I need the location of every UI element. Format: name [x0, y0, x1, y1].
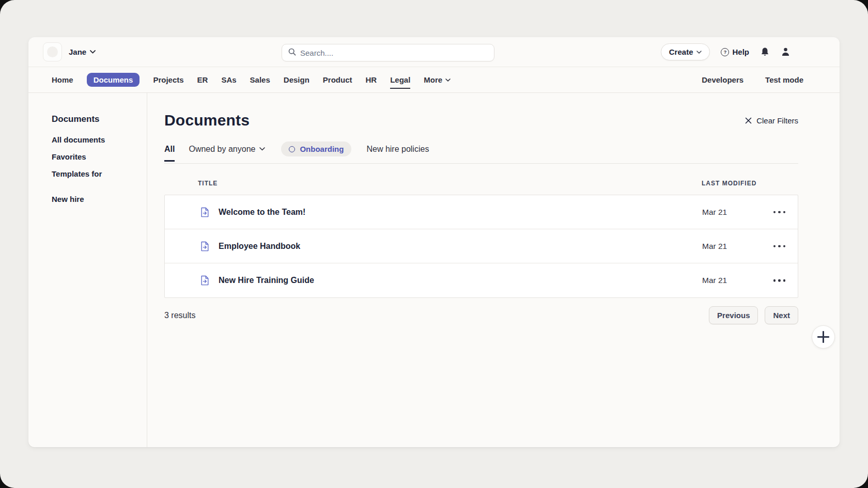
sidebar-item-all-documents[interactable]: All documents	[52, 135, 147, 144]
secondary-nav: Developers Test mode	[702, 75, 803, 84]
topbar-actions: Create ? Help	[661, 43, 791, 60]
nav-item-hr[interactable]: HR	[359, 67, 384, 92]
search-icon	[288, 48, 296, 58]
add-icon	[817, 331, 829, 343]
sidebar-header: Documents	[52, 114, 147, 124]
chip-label: Onboarding	[300, 145, 344, 153]
nav-item-developers[interactable]: Developers	[702, 75, 743, 84]
clear-filters-label: Clear Filters	[756, 116, 798, 125]
document-title: New Hire Training Guide	[219, 276, 314, 285]
chevron-down-icon	[90, 50, 96, 54]
chevron-down-icon	[696, 51, 702, 54]
nav-item-er[interactable]: ER	[191, 67, 215, 92]
document-last-modified: Mar 21	[702, 208, 727, 217]
nav-item-sales[interactable]: Sales	[243, 67, 277, 92]
nav-item-product[interactable]: Product	[316, 67, 359, 92]
main-panel: Documents Clear Filters All Owned by any…	[147, 93, 840, 447]
document-title: Employee Handbook	[219, 242, 300, 251]
sidebar-item-templates[interactable]: Templates for	[52, 169, 147, 178]
sidebar: Documents All documents Favorites Templa…	[28, 93, 147, 447]
add-button[interactable]	[812, 325, 835, 349]
owned-by-label: Owned by anyone	[189, 145, 255, 154]
sidebar-item-new-hire[interactable]: New hire	[52, 195, 147, 203]
page-title: Documents	[164, 112, 250, 129]
primary-nav: Home Documens Projects ER SAs Sales Desi…	[28, 67, 840, 93]
chevron-down-icon	[445, 78, 451, 82]
nav-item-home[interactable]: Home	[45, 67, 80, 92]
user-icon	[781, 47, 791, 57]
filter-new-hire-policies[interactable]: New hire policies	[366, 145, 429, 154]
next-button[interactable]: Next	[765, 306, 798, 324]
owned-by-dropdown[interactable]: Owned by anyone	[189, 145, 265, 154]
row-menu-button[interactable]	[771, 242, 788, 250]
account-button[interactable]	[781, 47, 791, 57]
nav-item-more[interactable]: More	[417, 67, 457, 92]
row-menu-button[interactable]	[771, 276, 788, 285]
sidebar-item-favorites[interactable]: Favorites	[52, 152, 147, 161]
nav-item-sas[interactable]: SAs	[214, 67, 243, 92]
document-icon	[200, 275, 209, 288]
chip-circle-icon	[289, 146, 295, 152]
active-nav-pill: Documens	[87, 73, 140, 87]
main-header: Documents Clear Filters	[164, 112, 798, 129]
help-button[interactable]: ? Help	[721, 48, 749, 56]
search-input[interactable]	[300, 49, 488, 57]
top-bar: Jane Create ?	[28, 37, 840, 67]
desktop-background: Jane Create ?	[0, 0, 868, 488]
document-last-modified: Mar 21	[702, 276, 727, 285]
workspace-avatar[interactable]	[43, 42, 62, 61]
table-row[interactable]: Employee Handbook Mar 21	[165, 229, 798, 263]
create-button[interactable]: Create	[661, 43, 710, 60]
chevron-down-icon	[259, 147, 265, 151]
search-bar[interactable]	[282, 44, 494, 61]
notifications-button[interactable]	[760, 47, 770, 57]
create-button-label: Create	[669, 48, 693, 56]
table-row[interactable]: New Hire Training Guide Mar 21	[165, 263, 798, 297]
document-icon	[200, 207, 209, 219]
filter-tab-all[interactable]: All	[164, 145, 175, 154]
nav-item-legal[interactable]: Legal	[383, 67, 417, 92]
nav-item-design[interactable]: Design	[277, 67, 316, 92]
column-header-last-modified: LAST MODIFIED	[702, 180, 756, 187]
app-window: Jane Create ?	[28, 37, 840, 447]
nav-item-documents[interactable]: Documens	[87, 73, 140, 87]
document-title: Welcome to the Team!	[219, 208, 305, 217]
content-area: Documents All documents Favorites Templa…	[28, 93, 840, 447]
bell-icon	[760, 47, 770, 57]
previous-button[interactable]: Previous	[709, 306, 758, 324]
nav-item-test-mode[interactable]: Test mode	[765, 75, 803, 84]
workspace-switcher[interactable]: Jane	[69, 48, 96, 56]
pagination: Previous Next	[709, 306, 798, 324]
table-row[interactable]: Welcome to the Team! Mar 21	[165, 195, 798, 229]
help-label: Help	[732, 48, 749, 56]
document-icon	[200, 241, 209, 254]
results-count: 3 results	[164, 311, 195, 320]
table-header: TITLE LAST MODIFIED	[164, 180, 798, 188]
filter-bar: All Owned by anyone Onboarding New hire …	[164, 141, 798, 164]
table-footer: 3 results Previous Next	[164, 306, 798, 324]
clear-icon	[745, 117, 752, 124]
clear-filters-button[interactable]: Clear Filters	[745, 116, 798, 125]
column-header-title: TITLE	[198, 180, 218, 187]
documents-table: Welcome to the Team! Mar 21 Employee Han…	[164, 195, 798, 298]
help-icon: ?	[721, 48, 729, 56]
row-menu-button[interactable]	[771, 208, 788, 216]
filter-chip-onboarding[interactable]: Onboarding	[281, 141, 351, 156]
document-last-modified: Mar 21	[702, 242, 727, 251]
workspace-name: Jane	[69, 48, 86, 56]
nav-item-projects[interactable]: Projects	[146, 67, 190, 92]
